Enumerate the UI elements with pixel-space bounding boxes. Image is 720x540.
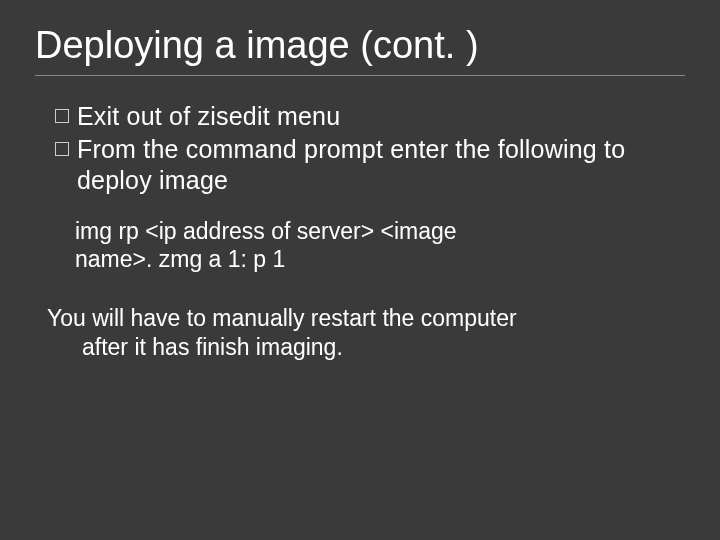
square-bullet-icon <box>55 109 69 123</box>
bullet-item: From the command prompt enter the follow… <box>55 134 685 197</box>
slide-title: Deploying a image (cont. ) <box>35 25 685 67</box>
square-bullet-icon <box>55 142 69 156</box>
command-block: img rp <ip address of server> <image nam… <box>35 217 685 275</box>
title-underline <box>35 75 685 76</box>
command-line: name>. zmg a 1: p 1 <box>75 245 685 274</box>
note-line: You will have to manually restart the co… <box>47 304 685 333</box>
bullet-text: From the command prompt enter the follow… <box>77 134 685 197</box>
bullet-text: Exit out of zisedit menu <box>77 101 340 132</box>
note-block: You will have to manually restart the co… <box>35 304 685 362</box>
bullet-list: Exit out of zisedit menu From the comman… <box>35 101 685 197</box>
note-line: after it has finish imaging. <box>47 333 685 362</box>
bullet-item: Exit out of zisedit menu <box>55 101 685 132</box>
slide-container: Deploying a image (cont. ) Exit out of z… <box>0 0 720 540</box>
command-line: img rp <ip address of server> <image <box>75 217 685 246</box>
